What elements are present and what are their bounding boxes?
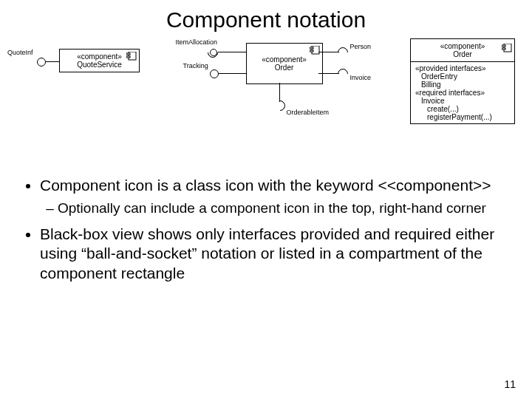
page-number: 11	[504, 378, 516, 390]
interfaces-compartment: «provided interfaces» OrderEntry Billing…	[411, 62, 514, 123]
connector-line	[46, 61, 59, 62]
required-socket-icon	[335, 45, 350, 60]
svg-rect-8	[502, 48, 505, 50]
connector-line	[279, 83, 280, 102]
svg-rect-4	[310, 47, 313, 49]
required-item: Invoice	[415, 97, 510, 105]
iface-label-person: Person	[350, 43, 372, 50]
provided-item: OrderEntry	[415, 72, 510, 81]
slide-title: Component notation	[0, 7, 532, 33]
provided-item: Billing	[415, 81, 510, 89]
provided-interface-ball	[37, 58, 46, 66]
connector-line	[318, 52, 339, 52]
diagram-ball-socket: ItemAllocation Tracking «component» Orde…	[168, 38, 390, 164]
stereotype-label: «component»	[440, 42, 485, 50]
component-icon	[310, 46, 320, 55]
diagram-simple-component: QuoteInf «component» QuoteService	[7, 38, 155, 164]
component-box-quoteservice: «component» QuoteService	[59, 49, 140, 72]
required-op: create(...)	[415, 105, 510, 113]
component-name: Order	[453, 50, 472, 58]
bullet-content: Component icon is a class icon with the …	[0, 164, 532, 283]
component-name: QuoteService	[77, 61, 122, 69]
sub-bullet-item: Optionally can include a component icon …	[58, 200, 510, 217]
required-socket-icon	[335, 66, 350, 81]
connector-line	[219, 73, 246, 74]
required-socket-icon	[273, 98, 287, 113]
svg-rect-2	[126, 56, 130, 58]
component-list-box: «component» Order «provided interfaces» …	[410, 38, 515, 124]
diagram-compartment-list: «component» Order «provided interfaces» …	[403, 38, 525, 164]
component-name: Order	[251, 64, 318, 72]
iface-label-invoice: Invoice	[350, 74, 372, 81]
connector-line	[218, 52, 246, 52]
provided-ball-icon	[210, 49, 217, 56]
svg-rect-7	[502, 45, 505, 47]
bullet-text: Component icon is a class icon with the …	[40, 177, 491, 194]
diagram-row: QuoteInf «component» QuoteService ItemAl…	[0, 38, 532, 164]
iface-label-itemallocation: ItemAllocation	[176, 38, 218, 46]
svg-rect-5	[310, 50, 313, 52]
component-icon	[502, 44, 512, 52]
required-header: «required interfaces»	[415, 89, 510, 97]
provided-ball-icon	[210, 69, 219, 78]
connector-line	[318, 73, 339, 74]
component-icon	[126, 52, 137, 61]
bullet-item: Component icon is a class icon with the …	[40, 176, 510, 217]
stereotype-label: «component»	[251, 55, 318, 64]
svg-rect-1	[126, 53, 130, 55]
interface-label-quoteinf: QuoteInf	[7, 49, 33, 56]
required-op: registerPayment(...)	[415, 113, 510, 121]
component-header: «component» Order	[411, 39, 514, 62]
bullet-item: Black-box view shows only interfaces pro…	[40, 225, 510, 283]
iface-label-tracking: Tracking	[183, 62, 208, 69]
provided-header: «provided interfaces»	[415, 64, 510, 72]
component-box-order: «component» Order	[246, 43, 323, 84]
stereotype-label: «component»	[77, 52, 122, 61]
iface-label-orderableitem: OrderableItem	[287, 109, 330, 116]
